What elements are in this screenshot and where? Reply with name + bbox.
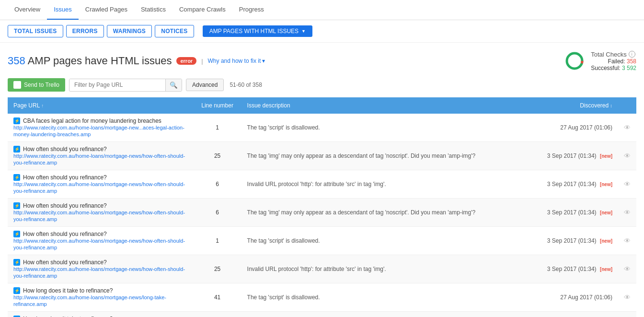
url-header[interactable]: Page URL bbox=[8, 97, 194, 114]
advanced-button[interactable]: Advanced bbox=[186, 79, 224, 91]
eye-icon[interactable]: 👁 bbox=[624, 124, 631, 131]
toolbar-row: Send to Trello 🔍 Advanced 51-60 of 358 bbox=[8, 78, 636, 92]
page-title-text: How long does it take to refinance? bbox=[23, 287, 113, 294]
line-number: 25 bbox=[194, 142, 242, 170]
main-content: 358 AMP pages have HTML issues error | W… bbox=[0, 43, 644, 317]
table-row: ⚡ How long does it take to refinance? ht… bbox=[8, 312, 194, 317]
heading-row: 358 AMP pages have HTML issues error | W… bbox=[8, 50, 636, 71]
why-fix-link[interactable]: Why and how to fix it bbox=[208, 58, 265, 64]
table-row: ⚡ How often should you refinance? http:/… bbox=[8, 255, 194, 283]
page-title-text: How often should you refinance? bbox=[23, 146, 107, 153]
notices-btn[interactable]: NOTICES bbox=[155, 25, 194, 37]
top-nav: Overview Issues Crawled Pages Statistics… bbox=[0, 0, 644, 20]
page-title-text: How often should you refinance? bbox=[23, 259, 107, 266]
error-badge: error bbox=[176, 57, 196, 65]
amp-icon: ⚡ bbox=[13, 117, 20, 124]
line-number: 6 bbox=[194, 170, 242, 199]
table-row: ⚡ How long does it take to refinance? ht… bbox=[8, 283, 194, 312]
amp-icon: ⚡ bbox=[13, 174, 20, 181]
table-row: ⚡ How often should you refinance? http:/… bbox=[8, 199, 194, 227]
row-action[interactable]: 👁 bbox=[618, 170, 636, 199]
amp-pages-dropdown[interactable]: AMP PAGES WITH HTML ISSUES bbox=[203, 25, 312, 37]
row-action[interactable]: 👁 bbox=[618, 114, 636, 142]
page-title-text: How often should you refinance? bbox=[23, 231, 107, 237]
eye-icon[interactable]: 👁 bbox=[624, 294, 631, 301]
line-number: 1 bbox=[194, 227, 242, 255]
amp-icon: ⚡ bbox=[13, 231, 20, 237]
line-header: Line number bbox=[194, 97, 242, 114]
line-number: 43 bbox=[194, 312, 242, 317]
discovered-date: 27 Aug 2017 (01:06) bbox=[532, 283, 618, 312]
page-url[interactable]: http://www.ratecity.com.au/home-loans/mo… bbox=[13, 238, 185, 250]
row-action[interactable]: 👁 bbox=[618, 142, 636, 170]
nav-item-issues[interactable]: Issues bbox=[47, 0, 79, 20]
total-checks-label: Total Checks i bbox=[591, 51, 636, 58]
table-row: ⚡ CBA faces legal action for money laund… bbox=[8, 114, 194, 142]
row-action[interactable]: 👁 bbox=[618, 283, 636, 312]
eye-icon[interactable]: 👁 bbox=[624, 209, 631, 216]
separator: | bbox=[201, 58, 203, 65]
action-header bbox=[618, 97, 636, 114]
discovered-header[interactable]: Discovered bbox=[532, 97, 618, 114]
row-action[interactable]: 👁 bbox=[618, 312, 636, 317]
nav-item-overview[interactable]: Overview bbox=[8, 0, 47, 20]
donut-chart bbox=[564, 50, 585, 71]
page-url[interactable]: http://www.ratecity.com.au/home-loans/mo… bbox=[13, 125, 184, 137]
amp-icon: ⚡ bbox=[13, 259, 20, 266]
success-value: 3 592 bbox=[622, 65, 636, 71]
page-url[interactable]: http://www.ratecity.com.au/home-loans/mo… bbox=[13, 153, 185, 165]
send-to-trello-button[interactable]: Send to Trello bbox=[8, 78, 65, 92]
checks-detail: Failed: 358 Successful: 3 592 bbox=[591, 58, 636, 71]
table-row: ⚡ How often should you refinance? http:/… bbox=[8, 142, 194, 170]
nav-item-compare-crawls[interactable]: Compare Crawls bbox=[172, 0, 232, 20]
amp-icon: ⚡ bbox=[13, 287, 20, 294]
eye-icon[interactable]: 👁 bbox=[624, 237, 631, 245]
table-row: ⚡ How often should you refinance? http:/… bbox=[8, 170, 194, 199]
discovered-date: 3 Sep 2017 (01:34) [new] bbox=[532, 227, 618, 255]
line-number: 41 bbox=[194, 283, 242, 312]
page-title-text: How often should you refinance? bbox=[23, 174, 107, 181]
search-button[interactable]: 🔍 bbox=[165, 79, 182, 91]
discovered-date: 3 Sep 2017 (01:34) [new] bbox=[532, 170, 618, 199]
issues-table: Page URL Line number Issue description D… bbox=[8, 97, 636, 317]
line-number: 1 bbox=[194, 114, 242, 142]
row-action[interactable]: 👁 bbox=[618, 199, 636, 227]
page-url[interactable]: http://www.ratecity.com.au/home-loans/mo… bbox=[13, 294, 166, 307]
eye-icon[interactable]: 👁 bbox=[624, 180, 631, 188]
discovered-date: 3 Sep 2017 (01:34) [new] bbox=[532, 142, 618, 170]
page-title-text: How often should you refinance? bbox=[23, 202, 107, 209]
line-number: 25 bbox=[194, 255, 242, 283]
svg-point-0 bbox=[567, 53, 582, 69]
issue-header: Issue description bbox=[242, 97, 532, 114]
info-icon[interactable]: i bbox=[629, 51, 635, 58]
line-number: 6 bbox=[194, 199, 242, 227]
page-url[interactable]: http://www.ratecity.com.au/home-loans/mo… bbox=[13, 181, 185, 194]
row-action[interactable]: 👁 bbox=[618, 227, 636, 255]
row-action[interactable]: 👁 bbox=[618, 255, 636, 283]
page-url[interactable]: http://www.ratecity.com.au/home-loans/mo… bbox=[13, 266, 185, 279]
nav-item-progress[interactable]: Progress bbox=[232, 0, 271, 20]
amp-icon: ⚡ bbox=[13, 202, 20, 209]
discovered-date: 27 Aug 2017 (01:06) bbox=[532, 114, 618, 142]
issue-description: The tag 'img' may only appear as a desce… bbox=[242, 142, 532, 170]
total-issues-btn[interactable]: TOTAL ISSUES bbox=[8, 25, 63, 37]
issue-description: The tag 'script' is disallowed. bbox=[242, 312, 532, 317]
filter-bar: TOTAL ISSUES ERRORS WARNINGS NOTICES AMP… bbox=[0, 20, 644, 43]
amp-icon: ⚡ bbox=[13, 146, 20, 153]
issue-description: The tag 'script' is disallowed. bbox=[242, 114, 532, 142]
page-url[interactable]: http://www.ratecity.com.au/home-loans/mo… bbox=[13, 210, 185, 222]
failed-value: 358 bbox=[627, 58, 636, 65]
search-input[interactable] bbox=[69, 79, 165, 91]
discovered-date: 27 Aug 2017 (01:06) bbox=[532, 312, 618, 317]
issue-description: The tag 'img' may only appear as a desce… bbox=[242, 199, 532, 227]
heading-left: 358 AMP pages have HTML issues error | W… bbox=[8, 55, 265, 67]
warnings-btn[interactable]: WARNINGS bbox=[107, 25, 152, 37]
nav-item-statistics[interactable]: Statistics bbox=[134, 0, 172, 20]
table-row: ⚡ How often should you refinance? http:/… bbox=[8, 227, 194, 255]
eye-icon[interactable]: 👁 bbox=[624, 152, 631, 160]
nav-item-crawled-pages[interactable]: Crawled Pages bbox=[79, 0, 134, 20]
errors-btn[interactable]: ERRORS bbox=[66, 25, 104, 37]
eye-icon[interactable]: 👁 bbox=[624, 265, 631, 273]
result-count: 51-60 of 358 bbox=[230, 82, 262, 88]
issue-description: The tag 'script' is disallowed. bbox=[242, 227, 532, 255]
